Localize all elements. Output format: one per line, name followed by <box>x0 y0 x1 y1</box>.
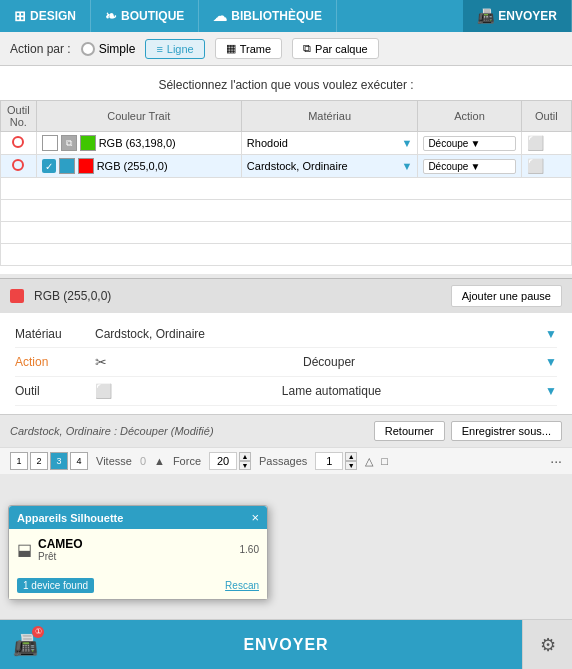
enregistrer-button[interactable]: Enregistrer sous... <box>451 421 562 441</box>
device-name: CAMEO <box>38 537 83 551</box>
profile-text: Cardstock, Ordinaire : Découper (Modifié… <box>10 425 214 437</box>
speed-label-sep: 0 <box>140 455 146 467</box>
table-row: ⧉ RGB (63,198,0) Rhodoid ▼ Découpe ▼ <box>1 132 572 155</box>
popup-header: Appareils Silhouette × <box>9 506 267 529</box>
triangle-icon: △ <box>365 455 373 468</box>
row2-color-text: RGB (255,0,0) <box>97 160 168 172</box>
retourner-button[interactable]: Retourner <box>374 421 445 441</box>
envoyer-icon: 📠 <box>477 8 494 24</box>
speed-bar: 1 2 3 4 Vitesse 0 ▲ Force 20 ▲ ▼ Passage… <box>0 447 572 474</box>
bottom-bar: 📠 ① ENVOYER ⚙ <box>0 619 572 669</box>
row1-color-text: RGB (63,198,0) <box>99 137 176 149</box>
row2-material-arrow[interactable]: ▼ <box>401 160 412 172</box>
row2-tool[interactable]: ⬜ <box>521 155 571 178</box>
boutique-icon: ❧ <box>105 8 117 24</box>
device-version: 1.60 <box>240 544 259 555</box>
tab-ligne[interactable]: ≡ Ligne <box>145 39 204 59</box>
tab-par-calque-label: Par calque <box>315 43 368 55</box>
add-pause-button[interactable]: Ajouter une pause <box>451 285 562 307</box>
device-count: 1 device found <box>17 578 94 593</box>
row1-swatch-gray: ⧉ <box>61 135 77 151</box>
row1-swatch-white <box>42 135 58 151</box>
speed-tab-3[interactable]: 3 <box>50 452 68 470</box>
speed-tab-1[interactable]: 1 <box>10 452 28 470</box>
nav-design-label: DESIGN <box>30 9 76 23</box>
popup-title: Appareils Silhouette <box>17 512 123 524</box>
action-label: Action <box>15 355 95 369</box>
material-dropdown-arrow[interactable]: ▼ <box>545 327 557 341</box>
row2-indicator[interactable] <box>1 155 37 178</box>
material-row: Matériau Cardstock, Ordinaire ▼ <box>15 321 557 348</box>
radio-simple[interactable]: Simple <box>81 42 136 56</box>
device-usb-icon: ⬓ <box>17 540 32 559</box>
material-label: Matériau <box>15 327 95 341</box>
row1-action-arrow: ▼ <box>470 138 480 149</box>
row1-radio[interactable] <box>12 136 24 148</box>
cut-table: Outil No. Couleur Trait Matériau Action … <box>0 100 572 266</box>
nav-boutique[interactable]: ❧ BOUTIQUE <box>91 0 199 32</box>
row2-color-cell: ✓ RGB (255,0,0) <box>36 155 241 178</box>
calque-icon: ⧉ <box>303 42 311 55</box>
row2-radio[interactable] <box>12 159 24 171</box>
speed-tab-2[interactable]: 2 <box>30 452 48 470</box>
scissors-icon: ✂ <box>95 354 107 370</box>
profile-bar: Cardstock, Ordinaire : Découper (Modifié… <box>0 414 572 447</box>
tab-trame[interactable]: ▦ Trame <box>215 38 282 59</box>
popup-body: ⬓ CAMEO Prêt 1.60 <box>9 529 267 576</box>
row2-swatch-red <box>78 158 94 174</box>
device-status: Prêt <box>38 551 83 562</box>
table-row-empty <box>1 244 572 266</box>
tab-trame-label: Trame <box>240 43 271 55</box>
nav-boutique-label: BOUTIQUE <box>121 9 184 23</box>
gear-button[interactable]: ⚙ <box>522 620 572 670</box>
passages-value[interactable]: 1 <box>315 452 343 470</box>
speed-tab-4[interactable]: 4 <box>70 452 88 470</box>
tool-dropdown-arrow[interactable]: ▼ <box>545 384 557 398</box>
tab-ligne-label: Ligne <box>167 43 194 55</box>
more-options-icon[interactable]: ··· <box>550 453 562 469</box>
force-down[interactable]: ▼ <box>239 461 251 470</box>
nav-bibliotheque-label: BIBLIOTHÈQUE <box>231 9 322 23</box>
row2-material-text: Cardstock, Ordinaire <box>247 160 348 172</box>
envoyer-button[interactable]: ENVOYER <box>50 620 522 670</box>
action-bar: Action par : Simple ≡ Ligne ▦ Trame ⧉ Pa… <box>0 32 572 66</box>
passages-up[interactable]: ▲ <box>345 452 357 461</box>
popup-close-button[interactable]: × <box>251 510 259 525</box>
tab-par-calque[interactable]: ⧉ Par calque <box>292 38 379 59</box>
col-header-outil: Outil <box>521 101 571 132</box>
row1-material-arrow[interactable]: ▼ <box>401 137 412 149</box>
force-input: 20 ▲ ▼ <box>209 452 251 470</box>
radio-simple-label: Simple <box>99 42 136 56</box>
force-value[interactable]: 20 <box>209 452 237 470</box>
row1-material-text: Rhodoid <box>247 137 288 149</box>
material-value-container: Cardstock, Ordinaire ▼ <box>95 327 557 341</box>
device-popup: Appareils Silhouette × ⬓ CAMEO Prêt 1.60… <box>8 505 268 600</box>
row1-indicator[interactable] <box>1 132 37 155</box>
passages-down[interactable]: ▼ <box>345 461 357 470</box>
speed-label: Vitesse <box>96 455 132 467</box>
rescan-button[interactable]: Rescan <box>225 580 259 591</box>
ligne-icon: ≡ <box>156 43 162 55</box>
trame-icon: ▦ <box>226 42 236 55</box>
nav-envoyer-label: ENVOYER <box>498 9 557 23</box>
row1-tool[interactable]: ⬜ <box>521 132 571 155</box>
row2-action[interactable]: Découpe ▼ <box>418 155 521 178</box>
send-device-button[interactable]: 📠 ① <box>0 620 50 670</box>
nav-bibliotheque[interactable]: ☁ BIBLIOTHÈQUE <box>199 0 337 32</box>
force-spinner: ▲ ▼ <box>239 452 251 470</box>
nav-design[interactable]: ⊞ DESIGN <box>0 0 91 32</box>
action-dropdown-arrow[interactable]: ▼ <box>545 355 557 369</box>
main-content: Sélectionnez l'action que vous voulez ex… <box>0 66 572 274</box>
col-header-action: Action <box>418 101 521 132</box>
force-up[interactable]: ▲ <box>239 452 251 461</box>
nav-envoyer[interactable]: 📠 ENVOYER <box>463 0 572 32</box>
row2-action-arrow: ▼ <box>470 161 480 172</box>
tool-value: Lame automatique <box>282 384 381 398</box>
table-row-empty <box>1 222 572 244</box>
device-row: ⬓ CAMEO Prêt 1.60 <box>17 537 259 562</box>
status-bar: RGB (255,0,0) Ajouter une pause <box>0 278 572 313</box>
up-arrow-icon[interactable]: ▲ <box>154 455 165 467</box>
row1-tool-icon: ⬜ <box>527 135 544 151</box>
row2-swatch-blue <box>59 158 75 174</box>
row1-action[interactable]: Découpe ▼ <box>418 132 521 155</box>
